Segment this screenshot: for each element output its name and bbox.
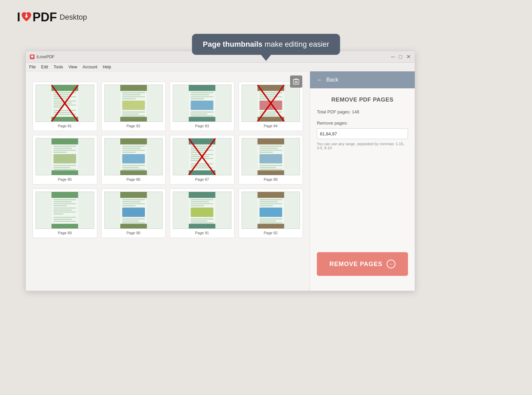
svg-rect-64	[54, 165, 76, 166]
svg-rect-102	[259, 165, 282, 166]
svg-rect-136	[191, 205, 204, 206]
svg-rect-37	[191, 96, 213, 97]
svg-rect-82	[191, 148, 209, 149]
svg-rect-101	[259, 154, 282, 163]
tooltip-bold: Page thumbnails	[203, 40, 263, 48]
svg-rect-14	[54, 105, 76, 106]
svg-rect-124	[122, 203, 145, 204]
svg-rect-26	[122, 96, 145, 97]
back-label: Back	[326, 77, 339, 83]
thumb-label: Page 81	[58, 124, 72, 128]
thumbnail-panel[interactable]: Page 81 Page 82 Page 83	[26, 71, 310, 291]
menu-file[interactable]: File	[29, 65, 36, 69]
svg-rect-110	[54, 203, 76, 204]
svg-rect-63	[54, 154, 76, 163]
title-bar-left: iLovePDF	[30, 54, 55, 59]
svg-rect-109	[54, 201, 72, 202]
menu-help[interactable]: Help	[103, 65, 111, 69]
svg-rect-86	[191, 156, 209, 157]
thumbnail-item[interactable]: Page 91	[170, 189, 234, 238]
svg-rect-135	[191, 203, 213, 204]
thumbnail-item[interactable]: Page 83	[170, 82, 234, 131]
svg-rect-71	[122, 148, 140, 149]
app-icon	[30, 54, 35, 59]
menu-tools[interactable]: Tools	[54, 65, 63, 69]
svg-rect-27	[122, 98, 135, 99]
svg-rect-59	[54, 146, 76, 147]
svg-rect-112	[54, 207, 76, 209]
svg-rect-72	[122, 150, 145, 151]
svg-rect-108	[54, 199, 76, 200]
svg-rect-129	[122, 222, 145, 223]
thumbnail-item[interactable]: Page 87	[170, 135, 234, 184]
svg-rect-152	[257, 224, 284, 228]
svg-rect-36	[191, 94, 209, 95]
thumbnail-item[interactable]: Page 84	[239, 82, 303, 131]
title-bar-title: iLovePDF	[37, 54, 55, 59]
svg-rect-42	[191, 115, 213, 116]
thumbnail-item[interactable]: Page 92	[239, 189, 303, 238]
svg-rect-78	[120, 170, 147, 175]
svg-rect-24	[122, 92, 145, 93]
svg-rect-17	[54, 112, 72, 113]
svg-rect-48	[259, 96, 282, 97]
remove-pages-input[interactable]	[317, 128, 408, 139]
thumb-label: Page 88	[264, 177, 278, 181]
thumb-label: Page 91	[195, 231, 209, 235]
svg-rect-92	[189, 170, 216, 175]
thumbnail-item[interactable]: Page 85	[33, 135, 97, 184]
svg-rect-32	[120, 117, 147, 122]
minimize-button[interactable]: ─	[391, 54, 395, 60]
svg-rect-13	[54, 103, 72, 104]
svg-rect-69	[120, 138, 147, 145]
svg-rect-90	[191, 166, 209, 167]
svg-rect-23	[120, 85, 147, 91]
thumbnail-item[interactable]: Page 81	[33, 82, 97, 131]
svg-rect-12	[54, 101, 76, 102]
svg-rect-53	[259, 115, 282, 116]
svg-rect-140	[191, 222, 213, 223]
svg-rect-76	[122, 167, 139, 168]
svg-rect-47	[259, 94, 278, 95]
maximize-button[interactable]: □	[399, 54, 402, 60]
svg-rect-54	[257, 117, 284, 122]
trash-button[interactable]	[290, 75, 302, 88]
svg-rect-25	[122, 94, 140, 95]
svg-rect-96	[257, 138, 284, 145]
thumbnail-item[interactable]: Page 89	[33, 189, 97, 238]
svg-rect-49	[259, 98, 272, 99]
tooltip-bubble: Page thumbnails make editing easier	[192, 34, 340, 55]
menu-view[interactable]: View	[68, 65, 77, 69]
back-arrow-icon: ←	[317, 76, 323, 84]
remove-pages-button[interactable]: REMOVE PAGES →	[317, 252, 408, 276]
svg-rect-151	[259, 222, 282, 223]
thumbnail-item[interactable]: Page 86	[101, 135, 166, 184]
thumbnail-item[interactable]: Page 90	[101, 189, 166, 238]
title-bar-controls[interactable]: ─ □ ✕	[391, 54, 411, 60]
svg-rect-85	[191, 154, 213, 155]
thumb-label: Page 86	[126, 177, 140, 181]
svg-rect-73	[122, 152, 135, 153]
menu-edit[interactable]: Edit	[41, 65, 48, 69]
content-area: Page 81 Page 82 Page 83	[26, 71, 415, 291]
menu-account[interactable]: Account	[83, 65, 97, 69]
svg-rect-143	[257, 192, 284, 198]
svg-rect-67	[52, 170, 78, 175]
svg-rect-19	[52, 117, 78, 122]
thumbnail-item[interactable]: Page 88	[239, 135, 303, 184]
back-bar[interactable]: ← Back	[310, 71, 415, 88]
thumb-label: Page 82	[126, 124, 140, 128]
svg-rect-77	[122, 169, 145, 170]
remove-pages-label: Remove pages:	[317, 120, 408, 126]
svg-rect-107	[52, 192, 78, 198]
thumbnail-item[interactable]: Page 82	[101, 82, 166, 131]
svg-rect-40	[191, 112, 213, 113]
thumb-label: Page 92	[264, 231, 278, 235]
close-button[interactable]: ✕	[406, 54, 411, 60]
svg-rect-104	[259, 169, 282, 170]
svg-rect-147	[259, 205, 272, 206]
svg-rect-139	[191, 220, 207, 221]
svg-rect-35	[191, 92, 213, 93]
thumb-label: Page 90	[126, 231, 140, 235]
svg-rect-117	[54, 219, 72, 220]
